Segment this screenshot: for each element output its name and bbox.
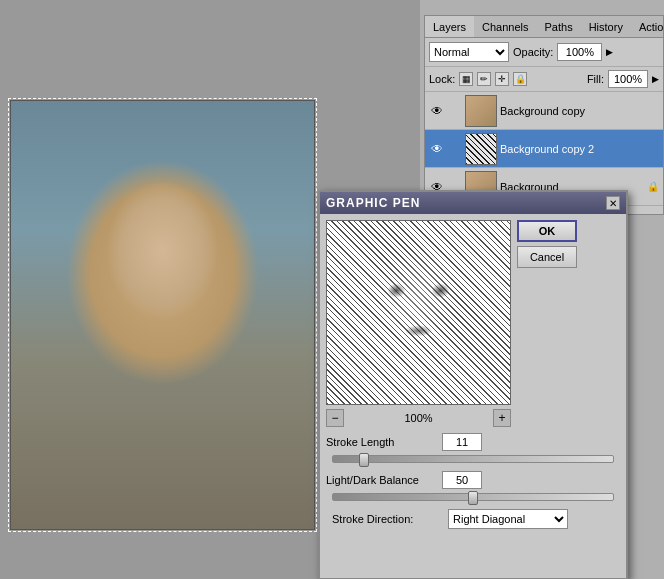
lightdark-row: Light/Dark Balance (326, 471, 620, 489)
stroke-length-row: Stroke Length (326, 433, 620, 451)
tab-layers[interactable]: Layers (425, 16, 474, 37)
layer-thumb-1 (465, 95, 497, 127)
stroke-length-slider-container (332, 455, 614, 463)
stroke-length-input[interactable] (442, 433, 482, 451)
dialog-body: − 100% + OK Cancel (320, 214, 626, 433)
photo-placeholder (11, 101, 314, 529)
blend-mode-select[interactable]: Normal (429, 42, 509, 62)
preview-zoom-label: 100% (404, 412, 432, 424)
layers-panel: Layers Channels Paths History Actions No… (424, 15, 664, 215)
chain-icon-1[interactable] (448, 104, 462, 118)
fill-arrow[interactable]: ▶ (652, 74, 659, 84)
stroke-length-slider-thumb[interactable] (359, 453, 369, 467)
layers-blend-row: Normal Opacity: ▶ (425, 38, 663, 67)
opacity-input[interactable] (557, 43, 602, 61)
face-simulation (11, 101, 314, 529)
eye-icon-1[interactable]: 👁 (429, 103, 445, 119)
zoom-in-button[interactable]: + (493, 409, 511, 427)
tab-actions[interactable]: Actions (631, 16, 664, 37)
stroke-direction-label: Stroke Direction: (332, 513, 442, 525)
graphic-pen-dialog: GRAPHIC PEN ✕ − 100% + OK Cancel Stroke … (318, 190, 628, 579)
close-icon[interactable]: ✕ (606, 196, 620, 210)
layer-thumb-sketch-2 (466, 134, 496, 164)
layers-lock-row: Lock: ▦ ✏ ✛ 🔒 Fill: ▶ (425, 67, 663, 92)
stroke-direction-row: Stroke Direction: Right Diagonal Left Di… (326, 509, 620, 529)
lock-label: Lock: (429, 73, 455, 85)
tab-channels[interactable]: Channels (474, 16, 536, 37)
fill-label: Fill: (587, 73, 604, 85)
preview-area: − 100% + (326, 220, 511, 427)
layer-thumb-2 (465, 133, 497, 165)
preview-box (326, 220, 511, 405)
opacity-label: Opacity: (513, 46, 553, 58)
stroke-direction-select[interactable]: Right Diagonal Left Diagonal Horizontal … (448, 509, 568, 529)
cancel-button[interactable]: Cancel (517, 246, 577, 268)
layers-tabs: Layers Channels Paths History Actions (425, 16, 663, 38)
stroke-length-slider-track (332, 455, 614, 463)
stroke-length-label: Stroke Length (326, 436, 436, 448)
layer-lock-icon: 🔒 (647, 181, 659, 192)
layer-name-2: Background copy 2 (500, 143, 659, 155)
tab-paths[interactable]: Paths (537, 16, 581, 37)
lightdark-slider-thumb[interactable] (468, 491, 478, 505)
ok-button[interactable]: OK (517, 220, 577, 242)
layer-item-background-copy-2[interactable]: 👁 Background copy 2 (425, 130, 663, 168)
sketch-face-overlay (327, 221, 510, 404)
lightdark-label: Light/Dark Balance (326, 474, 436, 486)
dialog-buttons: OK Cancel (517, 220, 620, 427)
layer-item-background-copy[interactable]: 👁 Background copy (425, 92, 663, 130)
layer-name-1: Background copy (500, 105, 659, 117)
preview-controls: − 100% + (326, 409, 511, 427)
fill-input[interactable] (608, 70, 648, 88)
dialog-title: GRAPHIC PEN (326, 196, 420, 210)
dialog-titlebar: GRAPHIC PEN ✕ (320, 192, 626, 214)
eye-icon-2[interactable]: 👁 (429, 141, 445, 157)
lightdark-slider-track (332, 493, 614, 501)
photo-container (10, 100, 315, 530)
tab-history[interactable]: History (581, 16, 631, 37)
chain-icon-2[interactable] (448, 142, 462, 156)
lock-brush-icon[interactable]: ✏ (477, 72, 491, 86)
lightdark-input[interactable] (442, 471, 482, 489)
lightdark-slider-container (332, 493, 614, 501)
zoom-out-button[interactable]: − (326, 409, 344, 427)
layer-thumb-face-1 (466, 96, 496, 126)
lock-checkerboard-icon[interactable]: ▦ (459, 72, 473, 86)
opacity-arrow[interactable]: ▶ (606, 47, 613, 57)
dialog-settings: Stroke Length Light/Dark Balance Stroke … (320, 433, 626, 535)
lock-move-icon[interactable]: ✛ (495, 72, 509, 86)
lock-all-icon[interactable]: 🔒 (513, 72, 527, 86)
